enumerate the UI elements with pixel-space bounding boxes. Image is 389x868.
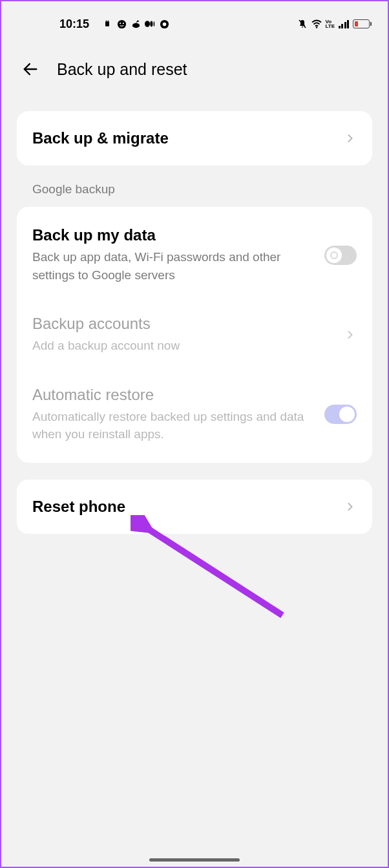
google-backup-label: Google backup: [17, 182, 372, 207]
automatic-restore-toggle[interactable]: [324, 405, 357, 424]
backup-accounts-subtitle: Add a backup account now: [32, 337, 344, 355]
svg-point-10: [154, 21, 155, 26]
arrow-left-icon: [21, 60, 39, 78]
status-icons-left: [102, 19, 169, 29]
circle-icon: [159, 19, 169, 29]
svg-point-6: [132, 23, 139, 28]
automatic-restore-subtitle: Automatically restore backed up settings…: [32, 408, 324, 443]
backup-migrate-title: Back up & migrate: [32, 129, 344, 147]
backup-accounts-title: Backup accounts: [32, 315, 344, 333]
svg-line-15: [145, 527, 282, 615]
back-button[interactable]: [21, 59, 40, 79]
battery-fill: [355, 21, 358, 26]
svg-point-12: [162, 22, 166, 26]
status-bar-right: VoLTE: [297, 19, 370, 29]
backup-migrate-row[interactable]: Back up & migrate: [17, 111, 372, 165]
svg-rect-2: [108, 21, 109, 22]
backup-my-data-title: Back up my data: [32, 226, 324, 244]
status-bar: 10:15 VoLTE: [1, 1, 388, 40]
automatic-restore-row[interactable]: Automatic restore Automatically restore …: [17, 370, 372, 463]
automatic-restore-title: Automatic restore: [32, 386, 324, 404]
svg-rect-1: [106, 21, 107, 22]
reset-phone-row[interactable]: Reset phone: [17, 480, 372, 534]
page-header: Back up and reset: [1, 40, 388, 92]
google-backup-card: Back up my data Back up app data, Wi-Fi …: [17, 207, 372, 463]
svg-point-8: [145, 21, 150, 27]
signal-icon: [339, 19, 350, 28]
volte-icon: VoLTE: [326, 19, 335, 28]
backup-migrate-card: Back up & migrate: [17, 111, 372, 165]
backup-my-data-row[interactable]: Back up my data Back up app data, Wi-Fi …: [17, 207, 372, 299]
svg-point-5: [122, 22, 123, 23]
reset-phone-card: Reset phone: [17, 480, 372, 534]
svg-point-4: [120, 22, 121, 23]
wifi-icon: [311, 19, 322, 29]
page-title: Back up and reset: [57, 60, 187, 79]
reddit-icon: [131, 19, 141, 29]
reset-phone-title: Reset phone: [32, 498, 344, 516]
chevron-right-icon: [344, 328, 357, 341]
svg-rect-0: [105, 21, 109, 26]
svg-point-3: [117, 19, 125, 28]
chevron-right-icon: [344, 132, 357, 145]
battery-icon: [353, 19, 370, 28]
status-time: 10:15: [59, 17, 89, 31]
svg-point-14: [315, 26, 317, 28]
content-area: Back up & migrate Google backup Back up …: [1, 92, 388, 534]
medium-icon: [145, 19, 155, 29]
svg-point-9: [150, 21, 152, 27]
status-bar-left: 10:15: [59, 17, 169, 31]
face-icon: [116, 19, 127, 29]
backup-my-data-subtitle: Back up app data, Wi-Fi passwords and ot…: [32, 248, 324, 284]
plug-icon: [102, 19, 112, 29]
backup-my-data-toggle[interactable]: [324, 246, 357, 265]
backup-accounts-row[interactable]: Backup accounts Add a backup account now: [17, 299, 372, 370]
home-indicator[interactable]: [149, 858, 240, 862]
mute-icon: [297, 19, 308, 29]
chevron-right-icon: [344, 500, 357, 513]
